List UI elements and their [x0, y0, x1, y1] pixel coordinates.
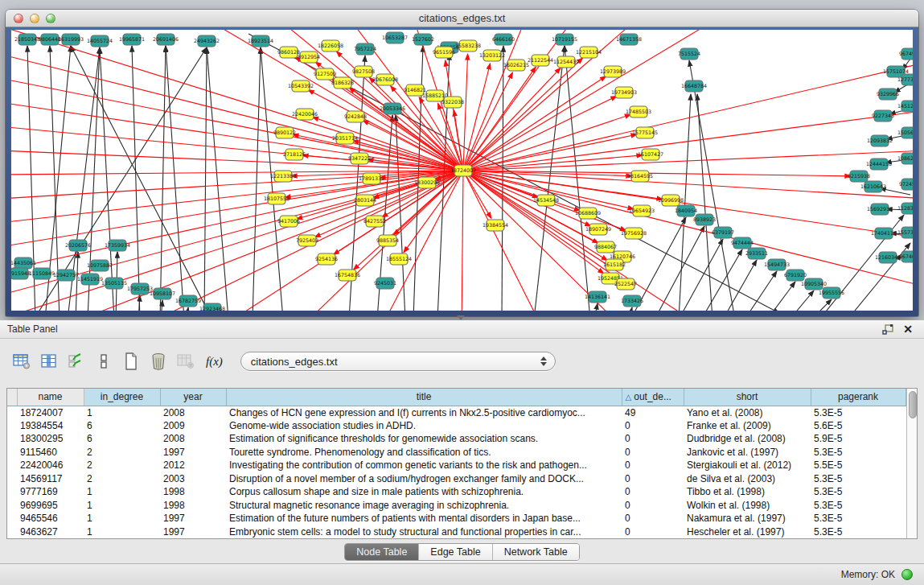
graph-node-teal[interactable]: 19955556 — [819, 287, 844, 299]
function-builder-icon[interactable]: f(x) — [206, 355, 223, 369]
graph-node-teal[interactable]: 11150849 — [29, 268, 55, 279]
graph-edge-red[interactable] — [463, 134, 637, 171]
graph-node-teal[interactable]: 16782759 — [175, 295, 201, 307]
float-window-icon[interactable] — [882, 324, 893, 335]
cell-title[interactable]: Changes of HCN gene expression and I(f) … — [226, 406, 622, 419]
table-row[interactable]: 1872400712008Changes of HCN gene express… — [7, 406, 906, 419]
graph-node-teal[interactable]: 8938923 — [693, 214, 716, 225]
cell-year[interactable]: 1998 — [160, 485, 226, 499]
table-row[interactable]: 946554611997Estimation of the future num… — [7, 512, 906, 525]
import-table-icon[interactable] — [174, 350, 198, 373]
graph-edge-red[interactable] — [11, 171, 463, 199]
cell-name[interactable]: 9115460 — [17, 446, 84, 459]
cell-short[interactable]: Yano et al. (2008) — [684, 406, 811, 419]
graph-node-yellow[interactable]: 19756928 — [621, 228, 647, 239]
graph-edge-black[interactable] — [745, 271, 777, 311]
cell-short[interactable]: de Silva et al. (2003) — [684, 472, 811, 486]
table-row[interactable]: 1456911722003Disruption of a novel membe… — [7, 472, 906, 486]
graph-node-yellow[interactable]: 9885354 — [376, 235, 399, 246]
graph-edge-black[interactable] — [679, 239, 723, 311]
graph-node-yellow[interactable]: 13203122 — [479, 50, 505, 61]
cell-year[interactable]: 2009 — [160, 419, 226, 433]
graph-node-yellow[interactable]: 18555124 — [386, 253, 412, 265]
cell-name[interactable]: 9777169 — [17, 485, 84, 499]
cell-short[interactable]: Jankovic et al. (1997) — [684, 446, 811, 459]
cell-in_degree[interactable]: 2 — [84, 459, 160, 472]
graph-edge-black[interactable] — [767, 282, 795, 311]
graph-edge-red[interactable] — [446, 60, 463, 171]
cell-title[interactable]: Embryonic stem cells: a model to study s… — [226, 525, 622, 539]
column-header-name[interactable]: name — [17, 389, 84, 406]
graph-edge-black[interactable] — [701, 249, 742, 311]
graph-node-teal[interactable]: 12923468 — [199, 303, 225, 311]
graph-edge-red[interactable] — [463, 30, 574, 171]
graph-node-teal[interactable]: 10975887 — [87, 260, 113, 271]
graph-node-teal[interactable]: 20206576 — [65, 240, 91, 251]
graph-node-teal[interactable]: 21850348 — [14, 34, 40, 45]
graph-edge-black[interactable] — [132, 46, 140, 311]
graph-node-teal[interactable]: 12444158 — [866, 159, 892, 170]
graph-edge-red[interactable] — [463, 171, 913, 287]
cell-in_degree[interactable]: 6 — [84, 419, 160, 433]
column-header-pagerank[interactable]: pagerank — [811, 389, 906, 406]
graph-node-teal[interactable]: 11451919 — [77, 274, 103, 285]
cell-out_degree[interactable]: 0 — [622, 525, 684, 539]
table-row[interactable]: 977716911998Corpus callosum shape and si… — [7, 485, 906, 499]
cell-gutter[interactable] — [7, 446, 17, 459]
cell-gutter[interactable] — [7, 512, 17, 525]
graph-edge-black[interactable] — [534, 46, 565, 311]
graph-node-teal[interactable]: 14435061 — [11, 257, 36, 269]
new-file-icon[interactable] — [119, 350, 143, 373]
graph-edge-black[interactable] — [187, 307, 188, 311]
cell-pagerank[interactable]: 5.3E-5 — [811, 446, 906, 459]
graph-node-yellow[interactable]: 16107427 — [638, 149, 663, 160]
cell-out_degree[interactable]: 0 — [622, 512, 684, 525]
cell-short[interactable]: Hescheler et al. (1997) — [684, 525, 811, 539]
cell-pagerank[interactable]: 5.3E-5 — [811, 406, 906, 419]
graph-node-teal[interactable]: 17404119 — [871, 228, 897, 239]
close-panel-icon[interactable]: ✕ — [903, 323, 913, 335]
graph-node-yellow[interactable]: 2522547 — [614, 278, 637, 290]
cell-name[interactable]: 18300295 — [17, 432, 84, 446]
cell-year[interactable]: 2008 — [160, 432, 226, 446]
graph-node-yellow[interactable]: 10543392 — [288, 80, 314, 92]
graph-node-yellow[interactable]: 8347222 — [348, 153, 371, 164]
graph-node-teal[interactable]: 14512479 — [897, 101, 913, 112]
cell-pagerank[interactable]: 5.3E-5 — [811, 472, 906, 486]
graph-node-teal[interactable]: 8215938 — [848, 171, 870, 182]
window-titlebar[interactable]: citations_edges.txt — [6, 10, 918, 27]
graph-node-teal[interactable]: 14055724 — [87, 35, 113, 47]
cell-name[interactable]: 22420046 — [17, 459, 84, 472]
cell-gutter[interactable] — [7, 472, 17, 486]
graph-node-teal[interactable]: 10958107 — [150, 288, 175, 299]
graph-node-yellow[interactable]: 9127509 — [314, 68, 336, 80]
graph-node-teal[interactable]: 10653287 — [382, 32, 408, 43]
graph-node-yellow[interactable]: 1615182 — [603, 259, 626, 270]
cell-gutter[interactable] — [7, 419, 17, 433]
graph-node-yellow[interactable]: 17485503 — [626, 106, 651, 117]
graph-node-teal[interactable]: 19965871 — [119, 34, 145, 45]
cell-in_degree[interactable]: 2 — [84, 446, 160, 459]
cell-title[interactable]: Structural magnetic resonance image aver… — [226, 499, 622, 513]
graph-node-teal[interactable]: 15573212 — [897, 227, 913, 238]
graph-node-teal[interactable]: 9474444 — [731, 237, 754, 249]
graph-node-teal[interactable]: 24943262 — [194, 35, 220, 47]
graph-edge-black[interactable] — [161, 300, 162, 311]
graph-node-teal[interactable]: 16648784 — [681, 80, 707, 92]
graph-node-teal[interactable]: 6791920 — [784, 270, 807, 281]
graph-node-yellow[interactable]: 9254136 — [315, 253, 338, 265]
graph-edge-red[interactable] — [463, 171, 851, 176]
delete-icon[interactable] — [146, 350, 170, 373]
graph-edge-red[interactable] — [463, 114, 631, 171]
cell-title[interactable]: Corpus callosum shape and size in male p… — [226, 485, 622, 499]
cell-pagerank[interactable]: 5.3E-5 — [811, 512, 906, 525]
graph-node-teal[interactable]: 9329966 — [877, 89, 899, 100]
cell-short[interactable]: Stergiakouli et al. (2012) — [684, 459, 811, 472]
table-row[interactable]: 2242004622012Investigating the contribut… — [7, 459, 906, 472]
graph-node-teal[interactable]: 12160343 — [875, 252, 901, 263]
graph-edge-red[interactable] — [314, 171, 463, 237]
cell-gutter[interactable] — [7, 459, 17, 472]
graph-node-teal[interactable]: 1527602 — [412, 34, 434, 45]
graph-node-yellow[interactable]: 16026215 — [503, 60, 529, 71]
graph-node-yellow[interactable]: 9417006 — [277, 216, 300, 227]
